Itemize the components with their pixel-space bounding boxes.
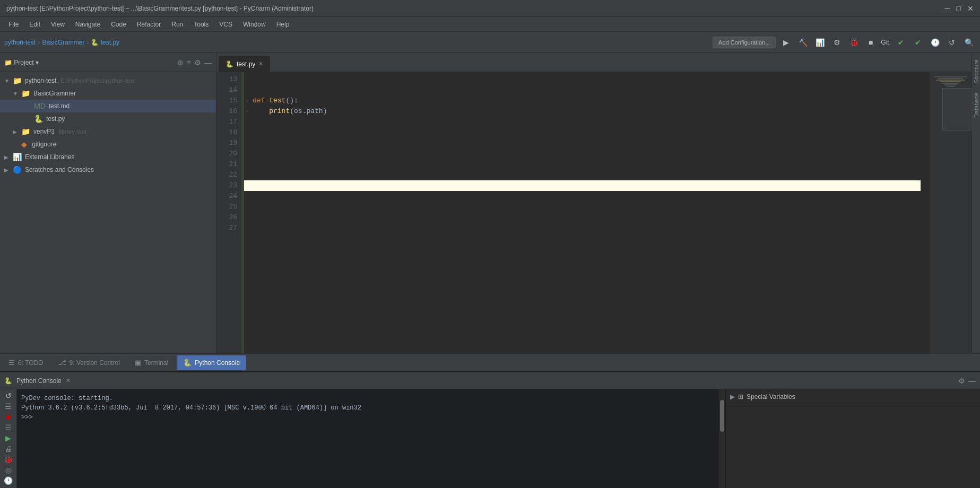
stop-icon[interactable]: ■	[864, 36, 878, 49]
console-settings-icon[interactable]: ⚙	[958, 377, 965, 385]
title-text: python-test [E:\PythonProject\python-tes…	[6, 5, 314, 12]
menu-file[interactable]: File	[4, 19, 23, 30]
console-prompt[interactable]: >>>	[21, 413, 715, 422]
minimize-button[interactable]: ─	[945, 4, 950, 13]
menu-refactor[interactable]: Refactor	[133, 19, 165, 30]
search-everywhere-icon[interactable]: 🔍	[962, 36, 976, 49]
sidebar-icons: ⊕ ≡ ⚙ —	[177, 58, 212, 67]
git-label: Git:	[881, 39, 891, 46]
tree-item-basicgrammer[interactable]: ▼ 📁 BasicGrammer	[0, 87, 216, 100]
structure-panel-label[interactable]: Structure	[972, 55, 981, 88]
console-rerun-btn[interactable]: ↺	[2, 391, 15, 400]
code-line-19	[246, 138, 925, 149]
tab-terminal[interactable]: ▣ Terminal	[128, 355, 175, 370]
git-check2-icon[interactable]: ✔	[911, 36, 925, 49]
coverage-icon[interactable]: 📊	[813, 36, 827, 49]
code-line-23	[242, 180, 921, 191]
special-vars-label: Special Variables	[747, 393, 795, 400]
maximize-button[interactable]: □	[957, 4, 961, 13]
console-right-header: ▶ ⊞ Special Variables	[726, 389, 980, 404]
tab-version-control[interactable]: ⎇ 9: Version Control	[52, 355, 126, 370]
git-revert-icon[interactable]: ↺	[945, 36, 959, 49]
code-line-21	[246, 159, 925, 170]
database-panel-label[interactable]: Database	[972, 89, 981, 122]
menu-edit[interactable]: Edit	[25, 19, 45, 30]
expand-special-vars-icon[interactable]: ▶	[730, 393, 735, 400]
tree-item-python-test[interactable]: ▼ 📁 python-test E:\PythonProject\python-…	[0, 74, 216, 87]
close-button[interactable]: ✕	[967, 4, 974, 13]
tree-item-test-md[interactable]: MD test.md	[0, 100, 216, 112]
console-output: PyDev console: starting. Python 3.6.2 (v…	[17, 389, 719, 488]
console-debug-btn[interactable]: 🐞	[2, 455, 15, 464]
tree-item-gitignore[interactable]: ◆ .gitignore	[0, 138, 216, 151]
breadcrumb: python-test › BasicGrammer › 🐍 test.py	[4, 39, 709, 46]
git-history-icon[interactable]: 🕐	[928, 36, 942, 49]
sidebar-title: 📁 Project ▾	[4, 59, 173, 66]
tree-item-test-py[interactable]: 🐍 test.py	[0, 112, 216, 125]
console-right-panel: ▶ ⊞ Special Variables	[725, 389, 980, 488]
console-list-btn[interactable]: ☰	[2, 423, 15, 432]
menu-bar: File Edit View Navigate Code Refactor Ru…	[0, 17, 980, 32]
console-inspect-btn[interactable]: ◎	[2, 466, 15, 474]
sidebar-settings-icon[interactable]: ⚙	[194, 58, 201, 67]
code-content[interactable]: ▸ def test(): ▸ print(os.path)	[242, 72, 929, 353]
code-line-24	[246, 191, 925, 202]
right-panels: Structure Database	[972, 53, 980, 353]
python-console-icon: 🐍	[4, 377, 12, 385]
tab-todo-label: 6: TODO	[18, 359, 44, 367]
tab-close-icon[interactable]: ✕	[258, 60, 263, 67]
menu-vcs[interactable]: VCS	[215, 19, 237, 30]
console-print-btn[interactable]: 🖨	[2, 445, 15, 453]
sidebar-collapse-icon[interactable]: ≡	[187, 58, 191, 67]
console-tab-label: Python Console	[16, 377, 62, 385]
minimap	[929, 72, 972, 353]
menu-navigate[interactable]: Navigate	[71, 19, 105, 30]
tab-terminal-label: Terminal	[144, 359, 168, 367]
tab-todo[interactable]: ☰ 6: TODO	[2, 355, 50, 370]
add-configuration-button[interactable]: Add Configuration...	[713, 37, 776, 48]
console-line-1: PyDev console: starting.	[21, 394, 715, 403]
tab-python-console[interactable]: 🐍 Python Console	[177, 355, 246, 370]
debug-icon[interactable]: 🐞	[847, 36, 861, 49]
toolbar-right: Add Configuration... ▶ 🔨 📊 ⚙ 🐞 ■ Git: ✔ …	[713, 36, 976, 49]
profile-icon[interactable]: ⚙	[830, 36, 844, 49]
toolbar: python-test › BasicGrammer › 🐍 test.py A…	[0, 32, 980, 53]
menu-window[interactable]: Window	[239, 19, 270, 30]
console-header: 🐍 Python Console ✕ ⚙ —	[0, 372, 980, 389]
console-hide-icon[interactable]: —	[968, 377, 976, 385]
console-left-toolbar: ↺ ☰ ■ ☰ ▶ 🖨 🐞 ◎ 🕐 ⋮⋮	[0, 389, 17, 488]
tab-test-py[interactable]: 🐍 test.py ✕	[219, 56, 270, 72]
git-check1-icon[interactable]: ✔	[894, 36, 908, 49]
editor-area: 🐍 test.py ✕ 13 14 15 16 17 18 19 20 21 2…	[216, 53, 972, 353]
breadcrumb-folder[interactable]: BasicGrammer	[42, 39, 84, 46]
code-line-26	[246, 212, 925, 223]
breadcrumb-project[interactable]: python-test	[4, 39, 36, 46]
console-stop-btn[interactable]: ■	[2, 413, 15, 421]
line-numbers: 13 14 15 16 17 18 19 20 21 22 23 24 25 2…	[216, 72, 242, 353]
run-icon[interactable]: ▶	[779, 36, 793, 49]
console-run-btn[interactable]: ▶	[2, 434, 15, 442]
tree-item-external-libs[interactable]: ▶ 📊 External Libraries	[0, 151, 216, 163]
window-controls: ─ □ ✕	[945, 4, 974, 13]
menu-tools[interactable]: Tools	[189, 19, 213, 30]
console-history-btn[interactable]: 🕐	[2, 476, 15, 485]
special-vars-icon: ⊞	[738, 393, 743, 400]
tree-item-venvp3[interactable]: ▶ 📁 venvP3 library root	[0, 125, 216, 138]
menu-view[interactable]: View	[47, 19, 69, 30]
sidebar-locate-icon[interactable]: ⊕	[177, 58, 184, 67]
menu-code[interactable]: Code	[107, 19, 131, 30]
code-line-27	[246, 223, 925, 233]
bottom-tab-bar: ☰ 6: TODO ⎇ 9: Version Control ▣ Termina…	[0, 353, 980, 371]
console-tab-close-icon[interactable]: ✕	[66, 377, 71, 384]
console-scroll-btn[interactable]: ☰	[2, 402, 15, 411]
console-scrollbar-thumb[interactable]	[720, 400, 724, 432]
tree-item-scratches[interactable]: ▶ 🔵 Scratches and Consoles	[0, 163, 216, 176]
console-header-right: ⚙ —	[958, 377, 976, 385]
console-scrollbar[interactable]	[719, 389, 725, 488]
build-icon[interactable]: 🔨	[796, 36, 810, 49]
menu-help[interactable]: Help	[272, 19, 294, 30]
main-area: 📁 Project ▾ ⊕ ≡ ⚙ — ▼ 📁 python-test E:\P…	[0, 53, 980, 353]
sidebar-hide-icon[interactable]: —	[204, 58, 212, 67]
breadcrumb-file[interactable]: 🐍 test.py	[91, 39, 119, 46]
menu-run[interactable]: Run	[167, 19, 187, 30]
